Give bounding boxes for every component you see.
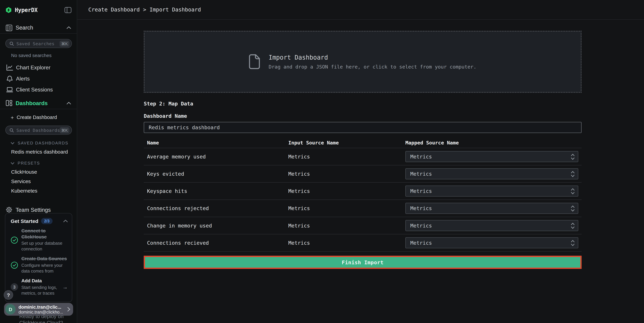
app-title: HyperDX bbox=[15, 6, 38, 13]
mapped-source-select[interactable]: Metrics bbox=[406, 185, 578, 197]
sidebar-collapse-icon[interactable] bbox=[64, 7, 72, 13]
step-label: Step 2: Map Data bbox=[144, 101, 644, 107]
dashboards-grid-icon bbox=[6, 100, 12, 106]
selected-value: Metrics bbox=[410, 222, 571, 229]
saved-dashboards-input[interactable]: Saved Dashboards ⌘K bbox=[6, 126, 72, 135]
chevron-down-icon bbox=[11, 162, 14, 165]
saved-searches-placeholder: Saved Searches bbox=[16, 41, 60, 46]
search-section-icon bbox=[6, 24, 12, 31]
row-input-source: Metrics bbox=[288, 171, 406, 177]
chart-icon bbox=[6, 64, 13, 70]
help-button[interactable]: ? bbox=[4, 290, 13, 300]
get-started-header[interactable]: Get Started 2/3 bbox=[6, 214, 72, 224]
breadcrumb: Create Dashboard > Import Dashboard bbox=[88, 6, 201, 13]
bell-icon bbox=[6, 75, 13, 82]
finish-import-button[interactable]: Finish Import bbox=[144, 256, 582, 269]
table-row: Average memory used Metrics Metrics bbox=[144, 148, 582, 165]
mapped-source-select[interactable]: Metrics bbox=[406, 203, 578, 214]
step-number-badge: 3 bbox=[11, 283, 18, 291]
mapped-source-select[interactable]: Metrics bbox=[406, 237, 578, 248]
progress-badge: 2/3 bbox=[41, 218, 52, 224]
dropzone-subtitle: Drag and drop a JSON file here, or click… bbox=[269, 64, 476, 70]
mapping-table: Name Input Source Name Mapped Source Nam… bbox=[144, 138, 582, 252]
breadcrumb-import-dashboard: Import Dashboard bbox=[150, 6, 201, 13]
select-chevrons-icon bbox=[571, 171, 574, 177]
search-section-header[interactable]: Search bbox=[0, 22, 77, 33]
sidebar-item-label: Alerts bbox=[16, 76, 30, 82]
breadcrumb-create-dashboard[interactable]: Create Dashboard bbox=[88, 6, 140, 13]
saved-dashboards-placeholder: Saved Dashboards bbox=[16, 128, 60, 132]
check-circle-icon bbox=[11, 236, 18, 244]
sidebar-item-services-preset[interactable]: Services bbox=[0, 179, 77, 184]
table-row: Connections recieved Metrics Metrics bbox=[144, 234, 582, 252]
saved-dashboards-group-header[interactable]: SAVED DASHBOARDS bbox=[0, 141, 77, 145]
column-header-input-source: Input Source Name bbox=[288, 140, 406, 146]
sidebar-item-alerts[interactable]: Alerts bbox=[0, 73, 77, 84]
file-icon bbox=[249, 54, 260, 69]
get-started-item-title: Add Data bbox=[21, 278, 62, 284]
sidebar-item-client-sessions[interactable]: Client Sessions bbox=[0, 84, 77, 95]
chevron-down-icon bbox=[11, 142, 14, 144]
group-label: SAVED DASHBOARDS bbox=[18, 141, 68, 145]
get-started-item-connect[interactable]: Connect to ClickHouse Set up your databa… bbox=[6, 224, 72, 252]
mapped-source-select[interactable]: Metrics bbox=[406, 151, 578, 162]
get-started-item-title: Create Data Sources bbox=[21, 256, 70, 262]
sidebar-item-label: Client Sessions bbox=[16, 87, 53, 93]
get-started-card: Get Started 2/3 Connect to ClickHouse Se… bbox=[5, 213, 72, 302]
chevron-up-icon[interactable] bbox=[63, 220, 68, 222]
sidebar-item-clickhouse-preset[interactable]: ClickHouse bbox=[0, 169, 77, 175]
no-saved-searches-label: No saved searches bbox=[0, 53, 77, 58]
selected-value: Metrics bbox=[410, 205, 571, 211]
table-row: Keyspace hits Metrics Metrics bbox=[144, 183, 582, 200]
chevron-up-icon bbox=[66, 26, 71, 29]
row-input-source: Metrics bbox=[288, 240, 406, 246]
user-name: dominic.tran@clic... bbox=[18, 305, 66, 309]
get-started-item-subtitle: Set up your database connection bbox=[21, 241, 70, 252]
check-circle-icon bbox=[11, 261, 18, 269]
select-chevrons-icon bbox=[571, 188, 574, 194]
table-header: Name Input Source Name Mapped Source Nam… bbox=[144, 138, 582, 148]
import-dashboard-page: Import Dashboard Drag and drop a JSON fi… bbox=[77, 20, 644, 269]
user-email: dominic.tran@clickho... bbox=[18, 309, 66, 314]
mapped-source-select[interactable]: Metrics bbox=[406, 220, 578, 231]
get-started-item-sources[interactable]: Create Data Sources Configure where your… bbox=[6, 252, 72, 274]
logo-row: HyperDX bbox=[0, 0, 77, 20]
select-chevrons-icon bbox=[571, 205, 574, 212]
user-menu[interactable]: D dominic.tran@clic... dominic.tran@clic… bbox=[4, 303, 73, 316]
get-started-item-subtitle: Start sending logs, metrics, or traces bbox=[21, 285, 62, 296]
hyperdx-logo-icon bbox=[6, 6, 12, 13]
sidebar-item-chart-explorer[interactable]: Chart Explorer bbox=[0, 62, 77, 73]
cloud-teaser-line2: ClickHouse Cloud? bbox=[19, 320, 64, 323]
arrow-right-icon: → bbox=[62, 284, 68, 290]
chevron-right-icon bbox=[67, 307, 70, 312]
json-dropzone[interactable]: Import Dashboard Drag and drop a JSON fi… bbox=[144, 31, 582, 93]
create-dashboard-label: Create Dashboard bbox=[17, 115, 57, 120]
selected-value: Metrics bbox=[410, 240, 571, 246]
row-name: Average memory used bbox=[147, 154, 288, 160]
dashboards-section-label: Dashboards bbox=[16, 100, 48, 106]
get-started-item-add-data[interactable]: 3 Add Data Start sending logs, metrics, … bbox=[6, 274, 72, 296]
presets-group-header[interactable]: PRESETS bbox=[0, 161, 77, 165]
sidebar-item-kubernetes-preset[interactable]: Kubernetes bbox=[0, 188, 77, 194]
avatar: D bbox=[6, 304, 16, 315]
row-input-source: Metrics bbox=[288, 188, 406, 194]
dashboard-name-input[interactable] bbox=[144, 122, 582, 133]
create-dashboard-button[interactable]: + Create Dashboard bbox=[0, 113, 77, 122]
mapped-source-select[interactable]: Metrics bbox=[406, 168, 578, 179]
group-label: PRESETS bbox=[18, 161, 40, 165]
select-chevrons-icon bbox=[571, 240, 574, 246]
app-window: HyperDX Search bbox=[0, 0, 644, 323]
select-chevrons-icon bbox=[571, 153, 574, 160]
table-row: Keys evicted Metrics Metrics bbox=[144, 165, 582, 183]
dashboard-name-label: Dashboard Name bbox=[144, 113, 644, 119]
row-input-source: Metrics bbox=[288, 222, 406, 229]
table-row: Connections rejected Metrics Metrics bbox=[144, 200, 582, 217]
get-started-item-title: Connect to ClickHouse bbox=[21, 228, 70, 240]
sidebar-item-redis-dashboard[interactable]: Redis metrics dashboard bbox=[0, 149, 77, 155]
dashboards-section-header[interactable]: Dashboards bbox=[0, 97, 77, 109]
row-input-source: Metrics bbox=[288, 205, 406, 211]
row-name: Keys evicted bbox=[147, 171, 288, 177]
column-header-name: Name bbox=[147, 140, 288, 146]
saved-searches-input[interactable]: Saved Searches ⌘K bbox=[6, 39, 72, 48]
select-chevrons-icon bbox=[571, 222, 574, 229]
